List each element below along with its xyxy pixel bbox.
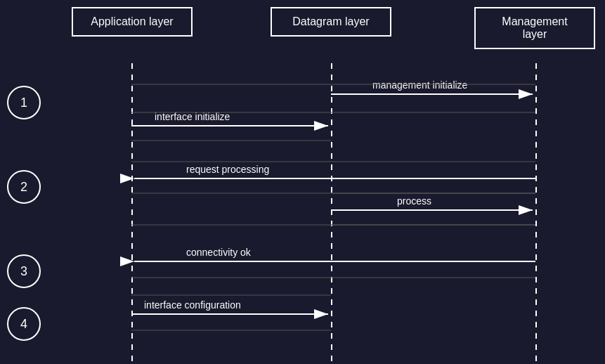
app-layer-label: Application layer xyxy=(91,15,173,27)
step-circle-1: 1 xyxy=(7,86,41,119)
datagram-layer-box: Datagram layer xyxy=(271,7,391,37)
management-layer-label: Management layer xyxy=(502,15,567,40)
lifeline-management xyxy=(535,63,537,364)
step-4-label: 4 xyxy=(20,317,27,332)
diagram-container: Application layer Datagram layer Managem… xyxy=(0,0,605,364)
step-circle-3: 3 xyxy=(7,254,41,288)
label-interface-configuration: interface configuration xyxy=(144,299,241,311)
lifeline-datagram xyxy=(331,63,332,364)
arrows-svg: management initialize interface initiali… xyxy=(0,0,605,364)
app-layer-box: Application layer xyxy=(72,7,193,37)
lifeline-app xyxy=(131,63,133,364)
label-interface-initialize: interface initialize xyxy=(155,111,230,122)
step-1-label: 1 xyxy=(20,96,27,110)
step-circle-2: 2 xyxy=(7,170,41,204)
step-2-label: 2 xyxy=(20,180,27,195)
management-layer-box: Management layer xyxy=(474,7,595,49)
step-3-label: 3 xyxy=(20,264,27,279)
datagram-layer-label: Datagram layer xyxy=(292,15,369,27)
label-connectivity-ok: connectivity ok xyxy=(186,247,252,258)
label-process: process xyxy=(397,195,431,207)
label-management-initialize: management initialize xyxy=(372,79,468,91)
label-request-processing: request processing xyxy=(186,164,269,175)
step-circle-4: 4 xyxy=(7,307,41,341)
